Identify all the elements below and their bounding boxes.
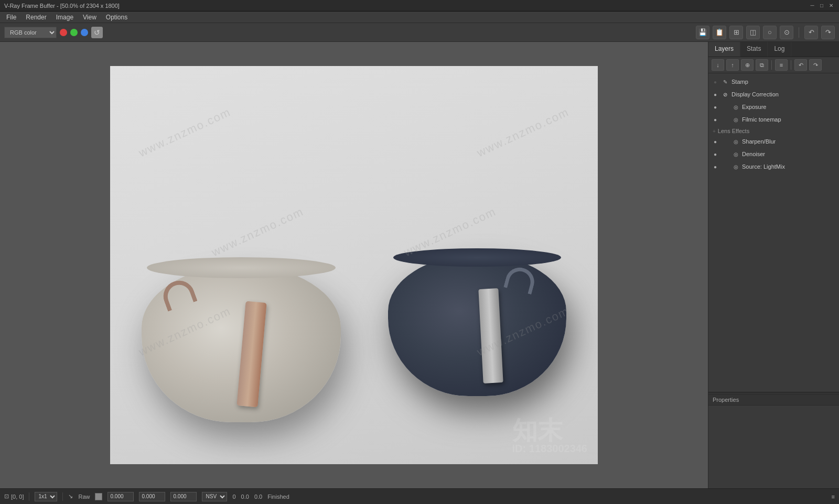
display-correction-icon: ⊘ bbox=[721, 90, 729, 98]
merge-layers-button[interactable]: ⊕ bbox=[741, 59, 754, 71]
channel-label: ↘ bbox=[68, 493, 73, 500]
add-layer-above-button[interactable]: ↑ bbox=[726, 59, 739, 71]
sharpen-icon: ◎ bbox=[732, 137, 740, 146]
tab-layers[interactable]: Layers bbox=[708, 42, 740, 57]
menu-options[interactable]: Options bbox=[102, 13, 132, 22]
denoiser-visibility[interactable]: ● bbox=[712, 150, 719, 158]
layers-list-button[interactable]: ≡ bbox=[775, 59, 788, 71]
properties-label: Properties bbox=[713, 397, 739, 403]
zoom-select[interactable]: 1x1 2x2 bbox=[35, 492, 57, 501]
stamp-icon: ✎ bbox=[721, 78, 729, 86]
undo-button[interactable]: ↶ bbox=[804, 26, 818, 39]
watermark-3: www.znzmo.com bbox=[209, 205, 306, 259]
sharpen-visibility[interactable]: ● bbox=[712, 138, 719, 145]
right-panel: Layers Stats Log ↓ ↑ ⊕ ⧉ ≡ ↶ ↷ ● ✎ Stamp bbox=[708, 42, 839, 488]
filmic-icon: ◎ bbox=[732, 115, 740, 124]
status-sep-1 bbox=[29, 492, 29, 501]
extra-val-2: 0.0 bbox=[241, 494, 249, 500]
lightmix-visibility[interactable]: ● bbox=[712, 163, 719, 170]
main-toolbar: RGB color Alpha Luminance ↺ 💾 📋 ⊞ ◫ ○ ⊙ … bbox=[0, 23, 839, 42]
layer-filmic-tonemap[interactable]: ● ◎ Filmic tonemap bbox=[708, 113, 839, 126]
red-channel-dot[interactable] bbox=[60, 29, 67, 36]
denoiser-icon: ◎ bbox=[732, 150, 740, 158]
exposure-visibility[interactable]: ● bbox=[712, 103, 719, 111]
layer-stamp[interactable]: ● ✎ Stamp bbox=[708, 75, 839, 88]
color-picker-button[interactable]: ⊞ bbox=[729, 26, 743, 39]
panel-tabs: Layers Stats Log bbox=[708, 42, 839, 57]
menu-image[interactable]: Image bbox=[52, 13, 78, 22]
main-layout: www.znzmo.com www.znzmo.com www.znzmo.co… bbox=[0, 42, 839, 488]
channel-mode-select[interactable]: NSV RGB HSV bbox=[202, 492, 227, 501]
status-sep-2 bbox=[62, 492, 63, 501]
lens-button[interactable]: ○ bbox=[763, 26, 777, 39]
canvas-area[interactable]: www.znzmo.com www.znzmo.com www.znzmo.co… bbox=[0, 42, 708, 488]
status-bar: ⊡ [0, 0] 1x1 2x2 ↘ Raw NSV RGB HSV 0 0.0… bbox=[0, 488, 839, 504]
close-button[interactable]: ✕ bbox=[827, 2, 835, 9]
green-channel-dot[interactable] bbox=[70, 29, 78, 36]
redo-button[interactable]: ↷ bbox=[821, 26, 835, 39]
layer-denoiser[interactable]: ● ◎ Denoiser bbox=[708, 148, 839, 160]
watermark-1: www.znzmo.com bbox=[136, 105, 233, 160]
window-controls: ─ □ ✕ bbox=[809, 2, 835, 9]
status-coords: ⊡ [0, 0] bbox=[4, 493, 24, 500]
minimize-button[interactable]: ─ bbox=[809, 2, 816, 9]
extra-val-1: 0 bbox=[232, 494, 235, 500]
color-swatch bbox=[95, 493, 102, 500]
menu-bar: File Render Image View Options bbox=[0, 12, 839, 23]
layer-exposure[interactable]: ● ◎ Exposure bbox=[708, 101, 839, 113]
layer-sharpen-blur[interactable]: ● ◎ Sharpen/Blur bbox=[708, 135, 839, 148]
watermark-2: www.znzmo.com bbox=[475, 105, 572, 160]
denoiser-label: Denoiser bbox=[742, 151, 836, 157]
toolbar-separator bbox=[799, 27, 799, 38]
lens-effects-plus-icon: + bbox=[713, 128, 716, 134]
lightmix-icon: ◎ bbox=[732, 162, 740, 171]
compare-button[interactable]: ◫ bbox=[746, 26, 760, 39]
window-title: V-Ray Frame Buffer - [50.0% of 2304 x 18… bbox=[4, 3, 120, 9]
menu-view[interactable]: View bbox=[79, 13, 101, 22]
history-button[interactable]: ⊙ bbox=[780, 26, 793, 39]
display-correction-visibility[interactable]: ● bbox=[712, 91, 719, 98]
blue-channel-dot[interactable] bbox=[81, 29, 88, 36]
add-layer-below-button[interactable]: ↓ bbox=[712, 59, 724, 71]
properties-header: Properties bbox=[708, 395, 839, 406]
properties-panel: Properties bbox=[708, 394, 839, 488]
stamp-label: Stamp bbox=[732, 79, 836, 85]
status-finished: Finished bbox=[267, 494, 289, 500]
lightmix-label: Source: LightMix bbox=[742, 163, 836, 170]
blue-value-input[interactable] bbox=[170, 492, 197, 501]
green-value-input[interactable] bbox=[139, 492, 165, 501]
channel-select[interactable]: RGB color Alpha Luminance bbox=[4, 27, 57, 38]
channel-mode: Raw bbox=[78, 494, 90, 500]
exposure-icon: ◎ bbox=[732, 103, 740, 111]
save-button[interactable]: 💾 bbox=[696, 26, 709, 39]
panel-redo-button[interactable]: ↷ bbox=[809, 59, 822, 71]
panel-toolbar: ↓ ↑ ⊕ ⧉ ≡ ↶ ↷ bbox=[708, 57, 839, 73]
light-pouf-handle bbox=[159, 276, 197, 312]
display-correction-label: Display Correction bbox=[732, 91, 836, 97]
render-background: www.znzmo.com www.znzmo.com www.znzmo.co… bbox=[110, 66, 598, 464]
title-bar: V-Ray Frame Buffer - [50.0% of 2304 x 18… bbox=[0, 0, 839, 12]
maximize-button[interactable]: □ bbox=[818, 2, 825, 9]
lens-effects-label: Lens Effects bbox=[718, 128, 749, 134]
duplicate-layer-button[interactable]: ⧉ bbox=[756, 59, 768, 71]
exposure-label: Exposure bbox=[742, 104, 836, 110]
layer-display-correction[interactable]: ● ⊘ Display Correction bbox=[708, 88, 839, 101]
stamp-visibility[interactable]: ● bbox=[712, 78, 719, 85]
tab-stats[interactable]: Stats bbox=[740, 42, 768, 57]
panel-toolbar-sep bbox=[771, 60, 772, 70]
menu-render[interactable]: Render bbox=[21, 13, 50, 22]
filmic-visibility[interactable]: ● bbox=[712, 116, 719, 123]
save-as-button[interactable]: 📋 bbox=[713, 26, 726, 39]
layers-list: ● ✎ Stamp ● ⊘ Display Correction ● ◎ Exp… bbox=[708, 73, 839, 392]
expand-icon[interactable]: ≡ bbox=[832, 494, 835, 500]
menu-file[interactable]: File bbox=[2, 13, 20, 22]
toolbar-right: 💾 📋 ⊞ ◫ ○ ⊙ ↶ ↷ bbox=[696, 26, 835, 39]
coords-icon: ⊡ bbox=[4, 493, 9, 500]
sharpen-label: Sharpen/Blur bbox=[742, 138, 836, 145]
tab-log[interactable]: Log bbox=[768, 42, 791, 57]
panel-toolbar-sep2 bbox=[791, 60, 791, 70]
red-value-input[interactable] bbox=[107, 492, 134, 501]
layer-source-lightmix[interactable]: ● ◎ Source: LightMix bbox=[708, 160, 839, 173]
panel-undo-button[interactable]: ↶ bbox=[794, 59, 807, 71]
refresh-btn[interactable]: ↺ bbox=[91, 27, 103, 38]
